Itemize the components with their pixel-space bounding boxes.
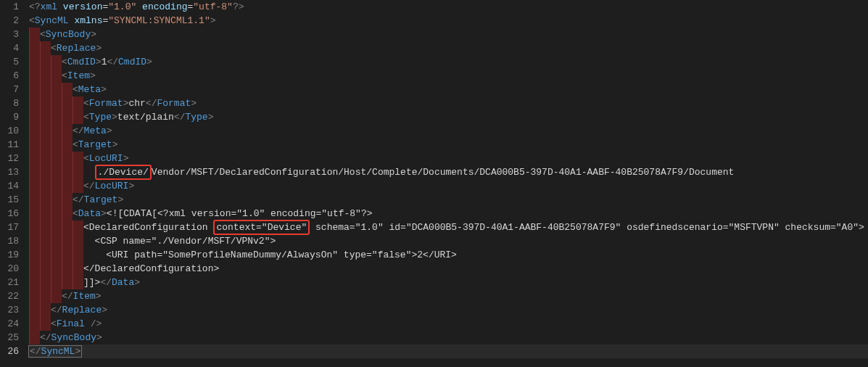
- indent-guide: [62, 138, 73, 152]
- code-editor[interactable]: 1234567891011121314151617181920212223242…: [0, 0, 868, 358]
- code-line[interactable]: </Meta>: [29, 124, 868, 138]
- code-line[interactable]: <?xml version="1.0" encoding="utf-8"?>: [29, 0, 868, 14]
- code-line[interactable]: </SyncML>: [29, 345, 868, 358]
- indent-guide: [51, 96, 62, 110]
- indent-guide: [51, 55, 62, 69]
- indent-guide: [62, 152, 73, 165]
- code-line[interactable]: <Final />: [29, 317, 868, 331]
- indent-guide: [40, 234, 51, 248]
- line-number: 26: [0, 345, 19, 358]
- line-number: 14: [0, 179, 19, 193]
- code-line[interactable]: <CSP name="./Vendor/MSFT/VPNv2">: [29, 234, 868, 248]
- indent-guide: [40, 276, 51, 289]
- indent-guide: [29, 193, 40, 207]
- indent-guide: [29, 28, 40, 41]
- indent-guide: [29, 138, 40, 152]
- code-line[interactable]: <SyncBody>: [29, 28, 868, 41]
- code-line[interactable]: <CmdID>1</CmdID>: [29, 55, 868, 69]
- indent-guide: [40, 179, 51, 193]
- indent-guide: [62, 248, 73, 262]
- code-line[interactable]: <DeclaredConfiguration context="Device" …: [29, 220, 868, 234]
- indent-guide: [73, 179, 83, 193]
- indent-guide: [62, 179, 73, 193]
- indent-guide: [62, 276, 73, 289]
- indent-guide: [40, 317, 51, 331]
- indent-guide: [51, 262, 62, 276]
- line-number: 23: [0, 303, 19, 317]
- line-number: 17: [0, 220, 19, 234]
- code-line[interactable]: <Format>chr</Format>: [29, 96, 868, 110]
- code-line[interactable]: <LocURI>: [29, 152, 868, 165]
- indent-guide: [29, 234, 40, 248]
- annotation-highlight: ./Device/: [95, 165, 152, 180]
- code-line[interactable]: ./Device/Vendor/MSFT/DeclaredConfigurati…: [29, 165, 868, 179]
- indent-guide: [40, 152, 51, 165]
- indent-guide: [40, 289, 51, 303]
- code-line[interactable]: </DeclaredConfiguration>: [29, 262, 868, 276]
- code-line[interactable]: </SyncBody>: [29, 331, 868, 345]
- line-number: 20: [0, 262, 19, 276]
- indent-guide: [29, 152, 40, 165]
- indent-guide: [62, 110, 73, 124]
- indent-guide: [51, 124, 62, 138]
- indent-guide: [73, 96, 83, 110]
- line-number: 5: [0, 55, 19, 69]
- code-line[interactable]: ]]></Data>: [29, 276, 868, 289]
- code-line[interactable]: <Type>text/plain</Type>: [29, 110, 868, 124]
- indent-guide: [40, 96, 51, 110]
- code-line[interactable]: <Item>: [29, 69, 868, 83]
- line-number: 2: [0, 14, 19, 28]
- indent-guide: [73, 110, 83, 124]
- code-line[interactable]: <Meta>: [29, 83, 868, 96]
- indent-guide: [40, 262, 51, 276]
- code-line[interactable]: <SyncML xmlns="SYNCML:SYNCML1.1">: [29, 14, 868, 28]
- indent-guide: [40, 165, 51, 179]
- indent-guide: [62, 83, 73, 96]
- indent-guide: [40, 248, 51, 262]
- line-number: 13: [0, 165, 19, 179]
- indent-guide: [40, 69, 51, 83]
- line-number: 18: [0, 234, 19, 248]
- indent-guide: [29, 69, 40, 83]
- indent-guide: [51, 179, 62, 193]
- line-number: 4: [0, 41, 19, 55]
- indent-guide: [51, 234, 62, 248]
- code-line[interactable]: <URI path="SomeProfileNameDummy/AlwaysOn…: [29, 248, 868, 262]
- indent-guide: [73, 152, 83, 165]
- indent-guide: [73, 262, 83, 276]
- indent-guide: [62, 234, 73, 248]
- indent-guide: [62, 193, 73, 207]
- indent-guide: [62, 124, 73, 138]
- indent-guide: [51, 193, 62, 207]
- indent-guide: [40, 110, 51, 124]
- code-line[interactable]: <Replace>: [29, 41, 868, 55]
- line-number: 3: [0, 28, 19, 41]
- code-line[interactable]: </Target>: [29, 193, 868, 207]
- indent-guide: [40, 220, 51, 234]
- code-line[interactable]: </Replace>: [29, 303, 868, 317]
- code-line[interactable]: </LocURI>: [29, 179, 868, 193]
- indent-guide: [29, 207, 40, 220]
- code-area[interactable]: <?xml version="1.0" encoding="utf-8"?><S…: [29, 0, 868, 358]
- indent-guide: [29, 83, 40, 96]
- line-number: 12: [0, 152, 19, 165]
- indent-guide: [29, 276, 40, 289]
- code-line[interactable]: </Item>: [29, 289, 868, 303]
- indent-guide: [62, 165, 73, 179]
- line-number: 24: [0, 317, 19, 331]
- indent-guide: [73, 220, 83, 234]
- code-line[interactable]: <Data><![CDATA[<?xml version="1.0" encod…: [29, 207, 868, 220]
- line-number: 16: [0, 207, 19, 220]
- code-line[interactable]: <Target>: [29, 138, 868, 152]
- indent-guide: [29, 317, 40, 331]
- line-number: 8: [0, 96, 19, 110]
- indent-guide: [29, 179, 40, 193]
- line-number: 1: [0, 0, 19, 14]
- indent-guide: [62, 96, 73, 110]
- indent-guide: [29, 331, 40, 345]
- indent-guide: [51, 248, 62, 262]
- indent-guide: [29, 262, 40, 276]
- indent-guide: [40, 193, 51, 207]
- line-number-gutter: 1234567891011121314151617181920212223242…: [0, 0, 29, 358]
- indent-guide: [29, 124, 40, 138]
